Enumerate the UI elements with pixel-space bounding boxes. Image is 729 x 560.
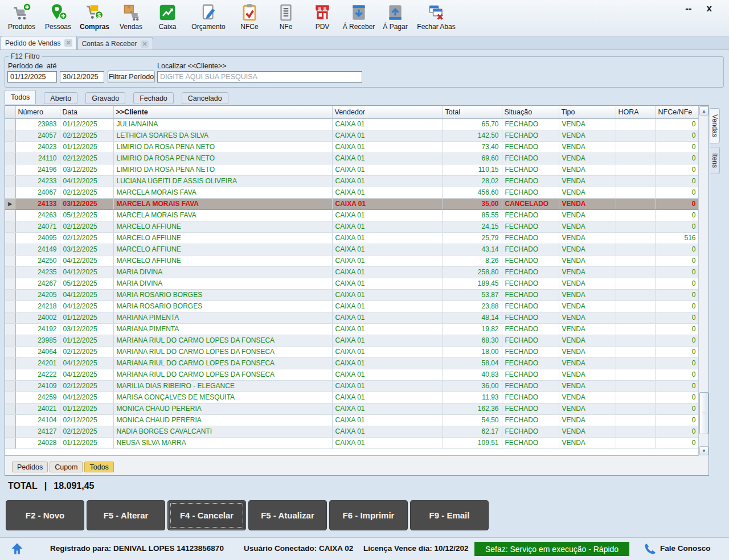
row-selector[interactable] <box>5 289 15 300</box>
status-tab-fechado[interactable]: Fechado <box>133 92 174 104</box>
row-selector[interactable] <box>5 346 15 357</box>
column-header-tipo[interactable]: Tipo <box>559 106 616 118</box>
status-tab-todos[interactable]: Todos <box>5 90 36 104</box>
table-row[interactable]: 2405702/12/2025LETHICIA SOARES DA SILVAC… <box>5 130 699 141</box>
toolbar-item-produtos[interactable]: Produtos <box>3 2 40 32</box>
f5-alterar-button[interactable]: F5 - Alterar <box>87 500 165 530</box>
row-selector[interactable] <box>5 232 15 244</box>
side-tab-vendas[interactable]: Vendas <box>710 108 720 143</box>
row-selector[interactable] <box>5 164 15 175</box>
table-row[interactable]: 2398301/12/2025JULIA/NAINACAIXA 0165,70F… <box>5 118 699 130</box>
toolbar-item-pdv[interactable]: PDV <box>304 2 341 32</box>
column-header-nfce[interactable]: NFCe/NFe <box>656 106 699 118</box>
table-row[interactable]: 2426705/12/2025MARIA DIVINACAIXA 01189,4… <box>5 278 699 289</box>
status-tab-aberto[interactable]: Aberto <box>44 92 77 104</box>
column-header-hora[interactable]: HORA <box>616 106 656 118</box>
table-row[interactable]: 2400201/12/2025MARIANA PIMENTACAIXA 0148… <box>5 312 699 323</box>
table-row[interactable]: 2402801/12/2025NEUSA SILVA MARRACAIXA 01… <box>5 437 699 448</box>
row-selector[interactable] <box>5 221 15 232</box>
status-tab-cancelado[interactable]: Cancelado <box>182 92 228 104</box>
table-row[interactable]: 2410402/12/2025MONICA CHAUD PERERIACAIXA… <box>5 414 699 426</box>
toolbar-item-vendas[interactable]: Vendas <box>113 2 149 32</box>
toolbar-item-areceber[interactable]: Á Receber <box>341 2 377 32</box>
row-selector[interactable] <box>5 278 15 289</box>
table-row[interactable]: 2412702/12/2025NADIA BORGES CAVALCANTICA… <box>5 426 699 437</box>
row-selector[interactable] <box>5 244 15 255</box>
tab-close-icon[interactable]: ✕ <box>64 39 72 47</box>
table-row[interactable]: 2420504/12/2025MARIA ROSARIO BORGESCAIXA… <box>5 289 699 300</box>
bottom-tab-todos[interactable]: Todos <box>84 462 113 472</box>
table-row[interactable]: 2414903/12/2025MARCELO AFFIUNECAIXA 0143… <box>5 244 699 255</box>
toolbar-item-apagar[interactable]: Á Pagar <box>377 2 413 32</box>
f4-cancelar-button[interactable]: F4 - Cancelar <box>167 500 246 530</box>
toolbar-item-pessoas[interactable]: Pessoas <box>40 2 76 32</box>
minimize-button[interactable]: -- <box>685 3 691 14</box>
table-row[interactable]: 2426305/12/2025MARCELA MORAIS FAVACAIXA … <box>5 209 699 221</box>
row-selector[interactable] <box>5 266 15 278</box>
table-row[interactable]: 2411002/12/2025LIMIRIO DA ROSA PENA NETO… <box>5 153 699 164</box>
column-header-total[interactable]: Total <box>443 106 502 118</box>
row-selector[interactable] <box>5 312 15 323</box>
phone-icon[interactable] <box>642 542 657 557</box>
table-row[interactable]: 2409502/12/2025MARCELO AFFIUNECAIXA 0125… <box>5 232 699 244</box>
row-selector[interactable] <box>5 357 15 369</box>
f5-atualizar-button[interactable]: F5 - Atualizar <box>248 500 327 530</box>
row-selector[interactable] <box>5 335 15 346</box>
row-selector[interactable] <box>5 380 15 392</box>
filter-period-button[interactable]: Filtrar Período <box>108 71 155 83</box>
row-selector[interactable] <box>5 300 15 312</box>
table-row[interactable]: 2410902/12/2025MARILIA DIAS RIBEIRO - EL… <box>5 380 699 392</box>
vertical-scrollbar[interactable]: ▲ = ▼ <box>698 106 708 456</box>
column-header-situacao[interactable]: Situação <box>502 106 559 118</box>
client-search-input[interactable]: DIGITE AQUI SUA PESQUISA <box>157 71 362 83</box>
row-selector[interactable] <box>5 403 15 414</box>
tab-pedido-de-vendas[interactable]: Pedido de Vendas✕ <box>1 36 77 50</box>
table-row[interactable]: 2407102/12/2025MARCELO AFFIUNECAIXA 0124… <box>5 221 699 232</box>
bottom-tab-cupom[interactable]: Cupom <box>50 462 83 472</box>
row-selector[interactable] <box>5 414 15 426</box>
date-from-input[interactable]: 01/12/2025 <box>7 71 57 83</box>
tab-close-icon[interactable]: ✕ <box>141 40 148 48</box>
table-row[interactable]: 2425904/12/2025MARISA GONÇALVES DE MESQU… <box>5 392 699 403</box>
table-row[interactable]: 2425004/12/2025MARCELO AFFIUNECAIXA 018,… <box>5 255 699 266</box>
side-tab-itens[interactable]: Itens <box>710 147 720 174</box>
row-selector[interactable] <box>5 392 15 403</box>
row-selector[interactable] <box>5 209 15 221</box>
row-selector[interactable] <box>5 130 15 141</box>
scrollbar-thumb[interactable]: = <box>699 392 708 434</box>
row-selector[interactable] <box>5 175 15 187</box>
bottom-tab-pedidos[interactable]: Pedidos <box>12 462 48 472</box>
row-selector[interactable]: ▶ <box>5 198 15 209</box>
table-row[interactable]: 2402101/12/2025MONICA CHAUD PERERIACAIXA… <box>5 403 699 414</box>
f6-imprimir-button[interactable]: F6 - Imprimir <box>329 500 408 530</box>
column-header-numero[interactable]: Número <box>15 106 60 118</box>
column-header-vendedor[interactable]: Vendedor <box>332 106 443 118</box>
row-selector[interactable] <box>5 187 15 198</box>
table-row[interactable]: 2419603/12/2025LIMIRIO DA ROSA PENA NETO… <box>5 164 699 175</box>
contact-us-link[interactable]: Fale Conosco <box>660 544 711 553</box>
toolbar-item-nfce[interactable]: NFCe <box>231 2 268 32</box>
toolbar-item-orcamento[interactable]: Orçamento <box>186 2 231 32</box>
column-header-data[interactable]: Data <box>60 106 113 118</box>
toolbar-item-fecharabas[interactable]: Fechar Abas <box>413 2 459 32</box>
tab-contas-a-receber[interactable]: Contas à Receber✕ <box>77 38 153 50</box>
table-row[interactable]: 2423504/12/2025MARIA DIVINACAIXA 01258,8… <box>5 266 699 278</box>
row-selector[interactable] <box>5 141 15 153</box>
table-row[interactable]: 2420104/12/2025MARIANA RIUL DO CARMO LOP… <box>5 357 699 369</box>
date-to-input[interactable]: 30/12/2025 <box>60 71 104 83</box>
f2-novo-button[interactable]: F2 - Novo <box>6 500 84 530</box>
row-selector[interactable] <box>5 369 15 380</box>
table-row[interactable]: ▶2413303/12/2025MARCELA MORAIS FAVACAIXA… <box>5 198 699 209</box>
table-row[interactable]: 2406702/12/2025MARCELA MORAIS FAVACAIXA … <box>5 187 699 198</box>
row-selector[interactable] <box>5 255 15 266</box>
column-header-cliente[interactable]: >>Cliente <box>113 106 332 118</box>
toolbar-item-caixa[interactable]: Caixa <box>149 2 186 32</box>
status-tab-gravado[interactable]: Gravado <box>85 92 125 104</box>
row-selector[interactable] <box>5 323 15 335</box>
toolbar-item-nfe[interactable]: NFe <box>268 2 304 32</box>
row-selector[interactable] <box>5 426 15 437</box>
table-row[interactable]: 2422204/12/2025MARIANA RIUL DO CARMO LOP… <box>5 369 699 380</box>
table-row[interactable]: 2402301/12/2025LIMIRIO DA ROSA PENA NETO… <box>5 141 699 153</box>
home-icon[interactable] <box>10 542 24 557</box>
table-row[interactable]: 2423304/12/2025LUCIANA UGEITI DE ASSIS O… <box>5 175 699 187</box>
